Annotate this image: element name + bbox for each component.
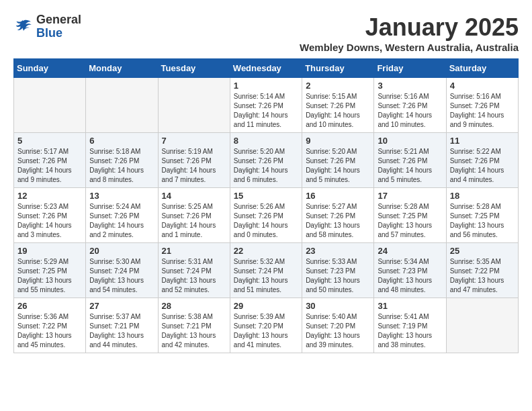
- calendar-week-row: 1Sunrise: 5:14 AM Sunset: 7:26 PM Daylig…: [14, 78, 519, 133]
- day-info: Sunrise: 5:24 AM Sunset: 7:26 PM Dayligh…: [89, 202, 154, 240]
- day-info: Sunrise: 5:29 AM Sunset: 7:25 PM Dayligh…: [17, 257, 82, 295]
- day-info: Sunrise: 5:19 AM Sunset: 7:26 PM Dayligh…: [162, 147, 226, 185]
- calendar-day-cell: 29Sunrise: 5:39 AM Sunset: 7:20 PM Dayli…: [230, 298, 302, 353]
- calendar-day-cell: 9Sunrise: 5:20 AM Sunset: 7:26 PM Daylig…: [302, 133, 374, 188]
- day-number: 20: [89, 246, 154, 256]
- day-info: Sunrise: 5:34 AM Sunset: 7:23 PM Dayligh…: [378, 257, 442, 295]
- calendar-day-cell: 26Sunrise: 5:36 AM Sunset: 7:22 PM Dayli…: [14, 298, 86, 353]
- day-number: 10: [378, 136, 442, 146]
- calendar-day-cell: 7Sunrise: 5:19 AM Sunset: 7:26 PM Daylig…: [158, 133, 230, 188]
- calendar-day-cell: 24Sunrise: 5:34 AM Sunset: 7:23 PM Dayli…: [374, 243, 446, 298]
- day-number: 18: [450, 191, 515, 201]
- calendar-day-cell: 23Sunrise: 5:33 AM Sunset: 7:23 PM Dayli…: [302, 243, 374, 298]
- day-number: 11: [450, 136, 515, 146]
- calendar-day-cell: 14Sunrise: 5:25 AM Sunset: 7:26 PM Dayli…: [158, 188, 230, 243]
- day-info: Sunrise: 5:17 AM Sunset: 7:26 PM Dayligh…: [17, 147, 82, 185]
- calendar-day-cell: 12Sunrise: 5:23 AM Sunset: 7:26 PM Dayli…: [14, 188, 86, 243]
- day-number: 14: [162, 191, 226, 201]
- calendar-table: SundayMondayTuesdayWednesdayThursdayFrid…: [13, 58, 519, 353]
- calendar-day-cell: 21Sunrise: 5:31 AM Sunset: 7:24 PM Dayli…: [158, 243, 230, 298]
- calendar-day-cell: 4Sunrise: 5:16 AM Sunset: 7:26 PM Daylig…: [446, 78, 518, 133]
- day-number: 22: [234, 246, 298, 256]
- day-info: Sunrise: 5:16 AM Sunset: 7:26 PM Dayligh…: [378, 92, 442, 130]
- weekday-header-saturday: Saturday: [446, 59, 518, 78]
- day-number: 16: [306, 191, 370, 201]
- day-info: Sunrise: 5:20 AM Sunset: 7:26 PM Dayligh…: [234, 147, 298, 185]
- month-year-title: January 2025: [300, 13, 519, 42]
- day-info: Sunrise: 5:41 AM Sunset: 7:19 PM Dayligh…: [378, 312, 442, 350]
- day-info: Sunrise: 5:23 AM Sunset: 7:26 PM Dayligh…: [17, 202, 82, 240]
- day-number: 6: [89, 136, 154, 146]
- calendar-day-cell: 1Sunrise: 5:14 AM Sunset: 7:26 PM Daylig…: [230, 78, 302, 133]
- weekday-header-wednesday: Wednesday: [230, 59, 302, 78]
- calendar-day-cell: 8Sunrise: 5:20 AM Sunset: 7:26 PM Daylig…: [230, 133, 302, 188]
- day-number: 9: [306, 136, 370, 146]
- day-number: 2: [306, 81, 370, 91]
- calendar-day-cell: 19Sunrise: 5:29 AM Sunset: 7:25 PM Dayli…: [14, 243, 86, 298]
- calendar-week-row: 5Sunrise: 5:17 AM Sunset: 7:26 PM Daylig…: [14, 133, 519, 188]
- day-number: 15: [234, 191, 298, 201]
- calendar-week-row: 12Sunrise: 5:23 AM Sunset: 7:26 PM Dayli…: [14, 188, 519, 243]
- calendar-day-cell: 22Sunrise: 5:32 AM Sunset: 7:24 PM Dayli…: [230, 243, 302, 298]
- calendar-day-cell: 27Sunrise: 5:37 AM Sunset: 7:21 PM Dayli…: [86, 298, 158, 353]
- day-number: 26: [17, 301, 82, 311]
- day-info: Sunrise: 5:20 AM Sunset: 7:26 PM Dayligh…: [306, 147, 370, 185]
- calendar-day-cell: [86, 78, 158, 133]
- day-info: Sunrise: 5:27 AM Sunset: 7:26 PM Dayligh…: [306, 202, 370, 240]
- day-info: Sunrise: 5:39 AM Sunset: 7:20 PM Dayligh…: [234, 312, 298, 350]
- day-info: Sunrise: 5:22 AM Sunset: 7:26 PM Dayligh…: [450, 147, 515, 185]
- calendar-day-cell: 16Sunrise: 5:27 AM Sunset: 7:26 PM Dayli…: [302, 188, 374, 243]
- calendar-day-cell: [14, 78, 86, 133]
- weekday-header-tuesday: Tuesday: [158, 59, 230, 78]
- day-number: 7: [162, 136, 226, 146]
- day-info: Sunrise: 5:21 AM Sunset: 7:26 PM Dayligh…: [378, 147, 442, 185]
- day-number: 12: [17, 191, 82, 201]
- day-info: Sunrise: 5:26 AM Sunset: 7:26 PM Dayligh…: [234, 202, 298, 240]
- location-subtitle: Wembley Downs, Western Australia, Austra…: [300, 42, 519, 53]
- day-info: Sunrise: 5:18 AM Sunset: 7:26 PM Dayligh…: [89, 147, 154, 185]
- weekday-header-sunday: Sunday: [14, 59, 86, 78]
- day-info: Sunrise: 5:16 AM Sunset: 7:26 PM Dayligh…: [450, 92, 515, 130]
- day-number: 29: [234, 301, 298, 311]
- day-number: 23: [306, 246, 370, 256]
- day-info: Sunrise: 5:33 AM Sunset: 7:23 PM Dayligh…: [306, 257, 370, 295]
- day-number: 30: [306, 301, 370, 311]
- day-info: Sunrise: 5:31 AM Sunset: 7:24 PM Dayligh…: [162, 257, 226, 295]
- calendar-day-cell: 5Sunrise: 5:17 AM Sunset: 7:26 PM Daylig…: [14, 133, 86, 188]
- calendar-day-cell: 3Sunrise: 5:16 AM Sunset: 7:26 PM Daylig…: [374, 78, 446, 133]
- calendar-day-cell: 17Sunrise: 5:28 AM Sunset: 7:25 PM Dayli…: [374, 188, 446, 243]
- day-number: 28: [162, 301, 226, 311]
- calendar-day-cell: 15Sunrise: 5:26 AM Sunset: 7:26 PM Dayli…: [230, 188, 302, 243]
- calendar-day-cell: 31Sunrise: 5:41 AM Sunset: 7:19 PM Dayli…: [374, 298, 446, 353]
- day-number: 17: [378, 191, 442, 201]
- logo-text: General Blue: [36, 13, 81, 40]
- calendar-week-row: 19Sunrise: 5:29 AM Sunset: 7:25 PM Dayli…: [14, 243, 519, 298]
- day-number: 27: [89, 301, 154, 311]
- day-info: Sunrise: 5:25 AM Sunset: 7:26 PM Dayligh…: [162, 202, 226, 240]
- calendar-day-cell: 30Sunrise: 5:40 AM Sunset: 7:20 PM Dayli…: [302, 298, 374, 353]
- calendar-day-cell: 2Sunrise: 5:15 AM Sunset: 7:26 PM Daylig…: [302, 78, 374, 133]
- calendar-day-cell: 10Sunrise: 5:21 AM Sunset: 7:26 PM Dayli…: [374, 133, 446, 188]
- day-info: Sunrise: 5:15 AM Sunset: 7:26 PM Dayligh…: [306, 92, 370, 130]
- day-info: Sunrise: 5:14 AM Sunset: 7:26 PM Dayligh…: [234, 92, 298, 130]
- calendar-day-cell: 20Sunrise: 5:30 AM Sunset: 7:24 PM Dayli…: [86, 243, 158, 298]
- calendar-day-cell: 13Sunrise: 5:24 AM Sunset: 7:26 PM Dayli…: [86, 188, 158, 243]
- calendar-day-cell: 28Sunrise: 5:38 AM Sunset: 7:21 PM Dayli…: [158, 298, 230, 353]
- day-number: 21: [162, 246, 226, 256]
- day-number: 24: [378, 246, 442, 256]
- weekday-header-thursday: Thursday: [302, 59, 374, 78]
- day-info: Sunrise: 5:28 AM Sunset: 7:25 PM Dayligh…: [450, 202, 515, 240]
- calendar-week-row: 26Sunrise: 5:36 AM Sunset: 7:22 PM Dayli…: [14, 298, 519, 353]
- day-number: 13: [89, 191, 154, 201]
- day-info: Sunrise: 5:32 AM Sunset: 7:24 PM Dayligh…: [234, 257, 298, 295]
- weekday-header-row: SundayMondayTuesdayWednesdayThursdayFrid…: [14, 59, 519, 78]
- weekday-header-monday: Monday: [86, 59, 158, 78]
- day-info: Sunrise: 5:37 AM Sunset: 7:21 PM Dayligh…: [89, 312, 154, 350]
- day-number: 25: [450, 246, 515, 256]
- calendar-day-cell: 25Sunrise: 5:35 AM Sunset: 7:22 PM Dayli…: [446, 243, 518, 298]
- day-number: 3: [378, 81, 442, 91]
- day-number: 1: [234, 81, 298, 91]
- weekday-header-friday: Friday: [374, 59, 446, 78]
- day-number: 8: [234, 136, 298, 146]
- day-info: Sunrise: 5:40 AM Sunset: 7:20 PM Dayligh…: [306, 312, 370, 350]
